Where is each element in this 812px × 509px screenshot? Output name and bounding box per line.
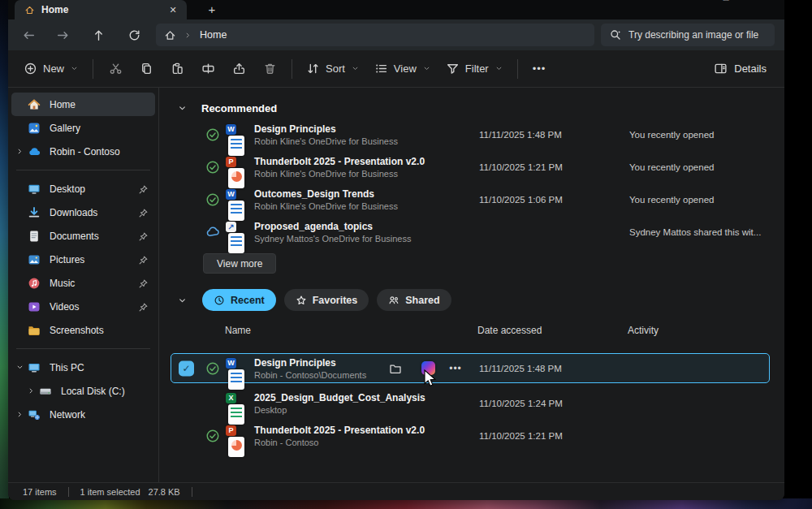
sidebar-divider — [16, 348, 150, 349]
recent-files-list: ✓ W Design Principles Robin - Contoso\Do… — [159, 353, 784, 452]
delete-button[interactable] — [254, 56, 285, 82]
chevron-down-icon[interactable] — [177, 295, 188, 306]
more-options-button[interactable]: ••• — [525, 63, 555, 75]
sidebar-item-local-disk-c[interactable]: Local Disk (C:) — [11, 379, 155, 403]
open-location-button[interactable] — [385, 359, 406, 378]
sync-check-icon — [205, 127, 220, 142]
sidebar-item-gallery[interactable]: Gallery — [11, 116, 155, 140]
home-icon — [24, 5, 35, 15]
column-header-activity[interactable]: Activity — [628, 325, 659, 336]
sidebar-item-this-pc[interactable]: This PC — [11, 356, 155, 379]
sidebar-item-network[interactable]: Network — [11, 403, 155, 426]
file-name: Design Principles — [254, 357, 366, 369]
file-location: Sydney Mattos's OneDrive for Business — [254, 234, 411, 244]
breadcrumb[interactable]: Home — [200, 29, 227, 41]
quick-access-tabs: Recent Favorites Shared — [159, 289, 784, 311]
sort-button[interactable]: Sort — [299, 57, 367, 80]
file-row[interactable]: P Thunderbolt 2025 - Presentation v2.0 R… — [159, 420, 784, 452]
chevron-right-icon[interactable] — [11, 410, 28, 419]
file-date: 11/10/2025 1:21 PM — [479, 431, 563, 441]
sidebar-item-home[interactable]: Home — [11, 93, 155, 116]
recommended-file-row[interactable]: W Design Principles Robin Kline's OneDri… — [159, 119, 784, 151]
sidebar-item-documents[interactable]: Documents — [11, 224, 155, 248]
tab-home[interactable]: Home ✕ — [15, 0, 187, 19]
column-header-date-accessed[interactable]: Date accessed — [477, 325, 542, 336]
file-date: 11/10/2025 1:21 PM — [479, 162, 563, 172]
sidebar-item-screenshots[interactable]: Screenshots — [11, 318, 155, 342]
cut-button[interactable] — [100, 56, 131, 82]
row-more-button[interactable]: ••• — [445, 359, 466, 378]
file-location: Robin Kline's OneDrive for Business — [254, 169, 425, 179]
new-tab-button[interactable]: + — [203, 2, 221, 18]
pin-icon — [138, 231, 149, 241]
file-location: Robin - Contoso\Documents — [254, 370, 366, 380]
paste-button[interactable] — [162, 56, 192, 82]
navigation-pane: Home Gallery Robin - Contoso — [8, 88, 159, 482]
filter-button[interactable]: Filter — [438, 57, 511, 80]
cloud-status-icon — [205, 225, 220, 239]
details-panel-icon — [714, 62, 728, 75]
file-activity: You recently opened — [629, 162, 714, 172]
copy-button[interactable] — [131, 56, 162, 82]
recommended-file-row[interactable]: ↗ Proposed_agenda_topics Sydney Mattos's… — [159, 216, 784, 248]
pictures-icon — [28, 253, 42, 266]
item-count: 17 items — [23, 487, 57, 497]
sidebar-item-label: Home — [50, 99, 149, 110]
tab-shared[interactable]: Shared — [377, 289, 451, 311]
up-button[interactable] — [86, 24, 110, 46]
sidebar-item-downloads[interactable]: Downloads — [11, 201, 155, 224]
sidebar-item-pictures[interactable]: Pictures — [11, 248, 155, 271]
sidebar-item-label: This PC — [50, 362, 149, 373]
back-button[interactable] — [16, 24, 41, 46]
rename-button[interactable] — [192, 56, 223, 82]
tab-favorites[interactable]: Favorites — [284, 289, 369, 311]
search-box[interactable]: Try describing an image or file — [601, 24, 775, 46]
tab-close-icon[interactable]: ✕ — [166, 2, 180, 17]
file-row-selected[interactable]: ✓ W Design Principles Robin - Contoso\Do… — [159, 353, 784, 383]
details-button[interactable]: Details — [707, 57, 773, 80]
chevron-right-icon[interactable] — [11, 147, 28, 156]
share-button[interactable] — [223, 56, 254, 82]
view-button[interactable]: View — [367, 57, 438, 80]
file-location: Robin - Contoso — [254, 438, 425, 447]
tab-recent[interactable]: Recent — [202, 289, 276, 311]
window-body: Home Gallery Robin - Contoso — [8, 88, 784, 482]
close-window-icon[interactable]: ✕ — [763, 0, 773, 2]
chevron-down-icon — [70, 64, 79, 73]
refresh-button[interactable] — [122, 24, 146, 46]
recommended-file-row[interactable]: P Thunderbolt 2025 - Presentation v2.0 R… — [159, 151, 784, 183]
sidebar-item-onedrive[interactable]: Robin - Contoso — [11, 140, 155, 163]
sidebar-item-label: Documents — [50, 231, 138, 242]
plus-circle-icon — [24, 62, 37, 75]
file-text: Outcomes_Design Trends Robin Kline's One… — [254, 188, 398, 211]
copilot-button[interactable] — [417, 359, 438, 378]
sidebar-item-videos[interactable]: Videos — [11, 295, 155, 318]
sidebar-divider — [16, 170, 150, 170]
chevron-right-icon[interactable] — [23, 386, 39, 395]
view-list-icon — [374, 62, 388, 75]
chevron-down-icon[interactable] — [11, 363, 28, 372]
file-location: Robin Kline's OneDrive for Business — [254, 201, 398, 211]
pin-icon — [138, 207, 149, 218]
view-more-button[interactable]: View more — [203, 253, 276, 274]
filter-button-label: Filter — [465, 63, 489, 75]
sidebar-item-desktop[interactable]: Desktop — [11, 177, 155, 201]
sync-check-icon — [205, 361, 220, 376]
downloads-icon — [28, 206, 42, 219]
address-bar[interactable]: Home — [156, 24, 594, 46]
sort-icon — [306, 62, 320, 75]
row-checkbox[interactable]: ✓ — [179, 360, 194, 376]
home-icon — [28, 98, 42, 111]
maximize-icon[interactable]: ▢ — [721, 0, 731, 2]
recommended-file-row[interactable]: W Outcomes_Design Trends Robin Kline's O… — [159, 183, 784, 216]
forward-button[interactable] — [50, 24, 75, 46]
column-header-name[interactable]: Name — [225, 325, 251, 336]
selection-count: 1 item selected — [80, 487, 140, 497]
chevron-down-icon[interactable] — [177, 102, 188, 114]
sidebar-item-music[interactable]: Music — [11, 271, 155, 295]
filter-funnel-icon — [446, 62, 460, 75]
new-button[interactable]: New — [16, 57, 86, 80]
status-bar: 17 items 1 item selected 27.8 KB — [8, 482, 784, 500]
file-row[interactable]: X 2025_Design_Budget_Cost_Analysis Deskt… — [159, 387, 784, 420]
sidebar-item-label: Local Disk (C:) — [61, 386, 149, 397]
